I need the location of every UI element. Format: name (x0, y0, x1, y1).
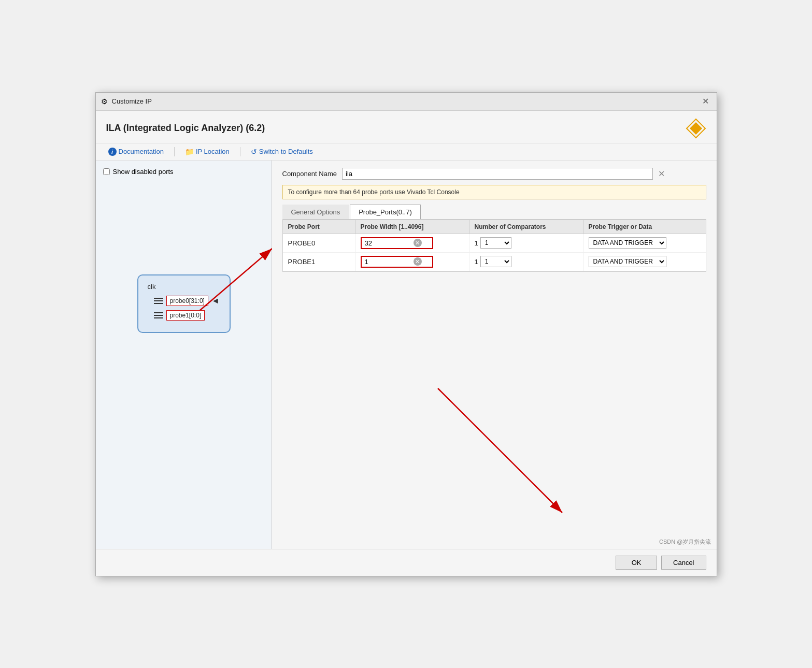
refresh-icon: ↺ (251, 148, 257, 156)
component-clk-label: clk (148, 283, 220, 291)
component-name-input[interactable] (342, 168, 653, 180)
watermark: CSDN @岁月指尖流 (659, 538, 711, 546)
tab-general-options[interactable]: General Options (282, 205, 349, 219)
close-button[interactable]: ✕ (700, 96, 711, 107)
dialog-title: ILA (Integrated Logic Analyzer) (6.2) (106, 123, 265, 134)
tabs-row: General Options Probe_Ports(0..7) (282, 205, 706, 220)
show-disabled-row: Show disabled ports (103, 168, 174, 176)
probe0-trigger-select[interactable]: DATA AND TRIGGER DATA TRIGGER (589, 237, 666, 249)
probe1-comparators-select[interactable]: 1234 (480, 256, 511, 267)
info-bar-text: To configure more than 64 probe ports us… (288, 188, 460, 196)
td-probe1-port: PROBE1 (283, 253, 355, 271)
switch-defaults-label: Switch to Defaults (259, 148, 313, 155)
table-row: PROBE0 ✕ 1 1234 (283, 234, 706, 253)
documentation-button[interactable]: i Documentation (106, 147, 166, 157)
customize-ip-dialog: ⚙ Customize IP ✕ ILA (Integrated Logic A… (95, 92, 717, 576)
show-disabled-checkbox[interactable] (103, 168, 110, 175)
ip-location-button[interactable]: 📁 IP Location (183, 147, 232, 157)
table-header: Probe Port Probe Width [1..4096] Number … (283, 220, 706, 234)
td-probe0-port: PROBE0 (283, 234, 355, 252)
td-probe1-trigger: DATA AND TRIGGER DATA TRIGGER (583, 253, 706, 271)
footer-buttons: OK Cancel (96, 549, 717, 576)
title-bar-left: ⚙ Customize IP (101, 97, 152, 106)
probe1-width-clear[interactable]: ✕ (414, 257, 422, 266)
svg-line-5 (438, 388, 562, 513)
info-icon: i (108, 148, 117, 156)
component-name-row: Component Name ✕ (282, 168, 706, 180)
toolbar: i Documentation 📁 IP Location ↺ Switch t… (96, 143, 717, 161)
folder-icon: 📁 (185, 148, 194, 156)
signal-line-0c (154, 303, 163, 304)
td-probe1-width: ✕ (355, 253, 469, 271)
tab-probe-ports[interactable]: Probe_Ports(0..7) (350, 205, 421, 219)
probe1-signal: probe1[0:0] (154, 310, 220, 321)
probe0-comparators-select[interactable]: 1234 (480, 237, 511, 249)
signal-lines-1 (154, 312, 163, 318)
ok-button[interactable]: OK (616, 556, 657, 570)
probe0-comparators-val: 1 (475, 239, 478, 247)
component-box: clk probe0[31:0] ◄ pr (137, 274, 231, 333)
probe1-trigger-select[interactable]: DATA AND TRIGGER DATA TRIGGER (589, 256, 666, 267)
signal-line-0a (154, 298, 163, 299)
probe0-signal: probe0[31:0] ◄ (154, 296, 220, 306)
probe0-width-clear[interactable]: ✕ (414, 239, 422, 247)
show-disabled-label: Show disabled ports (113, 168, 174, 176)
signal-line-1a (154, 312, 163, 313)
probe1-comparators-wrap: 1 1234 (475, 256, 511, 267)
documentation-label: Documentation (119, 148, 164, 155)
probe0-width-input[interactable] (362, 238, 414, 248)
cancel-button[interactable]: Cancel (661, 556, 706, 570)
annotation-arrows (96, 161, 272, 549)
td-probe0-comparators: 1 1234 (469, 234, 583, 252)
probe0-width-input-wrap: ✕ (361, 237, 433, 249)
probe0-arrow: ◄ (211, 296, 220, 306)
signal-lines-0 (154, 298, 163, 304)
tab-probe-ports-label: Probe_Ports(0..7) (359, 208, 412, 216)
signal-line-0b (154, 300, 163, 301)
title-bar: ⚙ Customize IP ✕ (96, 93, 717, 111)
signal-line-1b (154, 315, 163, 316)
td-probe0-width: ✕ (355, 234, 469, 252)
probe-ports-table: Probe Port Probe Width [1..4096] Number … (282, 220, 706, 272)
dialog-header: ILA (Integrated Logic Analyzer) (6.2) (96, 111, 717, 143)
probe1-box: probe1[0:0] (166, 310, 205, 321)
td-probe0-trigger: DATA AND TRIGGER DATA TRIGGER (583, 234, 706, 252)
table-row: PROBE1 ✕ 1 1234 (283, 253, 706, 271)
probe1-comparators-val: 1 (475, 258, 478, 266)
content-area: Show disabled ports clk probe0[31:0] ◄ (96, 161, 717, 549)
probe1-width-input[interactable] (362, 257, 414, 267)
component-name-clear-button[interactable]: ✕ (658, 169, 665, 179)
component-name-label: Component Name (282, 170, 337, 178)
ip-location-label: IP Location (196, 148, 230, 155)
info-bar: To configure more than 64 probe ports us… (282, 185, 706, 199)
xilinx-logo (686, 118, 706, 139)
left-panel: Show disabled ports clk probe0[31:0] ◄ (96, 161, 272, 549)
th-probe-trigger: Probe Trigger or Data (583, 220, 706, 234)
toolbar-separator-2 (240, 147, 240, 156)
app-icon: ⚙ (101, 97, 108, 106)
tab-general-options-label: General Options (291, 208, 340, 216)
th-probe-width: Probe Width [1..4096] (355, 220, 469, 234)
probe1-trigger-wrap: DATA AND TRIGGER DATA TRIGGER (589, 256, 666, 267)
probe0-box: probe0[31:0] (166, 296, 208, 306)
td-probe1-comparators: 1 1234 (469, 253, 583, 271)
probe0-trigger-wrap: DATA AND TRIGGER DATA TRIGGER (589, 237, 666, 249)
probe1-width-input-wrap: ✕ (361, 256, 433, 268)
right-panel: Component Name ✕ To configure more than … (272, 161, 717, 549)
th-num-comparators: Number of Comparators (469, 220, 583, 234)
signal-line-1c (154, 317, 163, 318)
toolbar-separator (174, 147, 175, 156)
title-bar-text: Customize IP (112, 97, 152, 105)
probe0-comparators-wrap: 1 1234 (475, 237, 511, 249)
th-probe-port: Probe Port (283, 220, 355, 234)
switch-defaults-button[interactable]: ↺ Switch to Defaults (249, 147, 315, 157)
